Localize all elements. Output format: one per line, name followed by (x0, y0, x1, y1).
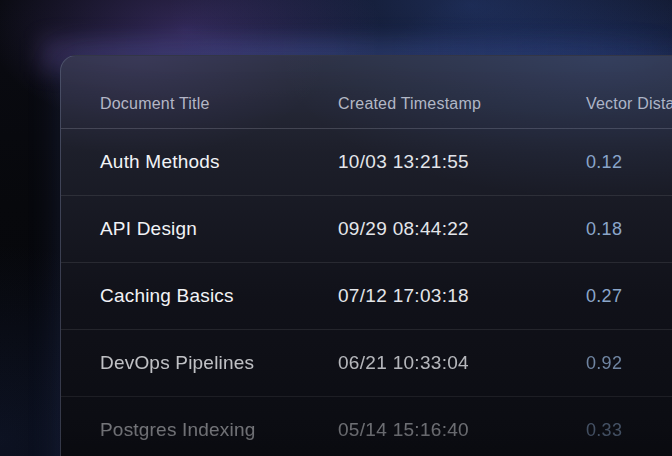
document-title-cell: Caching Basics (100, 285, 338, 307)
vector-distance-cell: 0.33 (586, 420, 672, 441)
table-row[interactable]: Caching Basics 07/12 17:03:18 0.27 (61, 263, 672, 330)
table-row[interactable]: Auth Methods 10/03 13:21:55 0.12 (61, 129, 672, 196)
vector-distance-cell: 0.92 (586, 353, 672, 374)
column-header-document-title: Document Title (100, 95, 338, 113)
table-header-row: Document Title Created Timestamp Vector … (61, 56, 672, 129)
table-row[interactable]: Postgres Indexing 05/14 15:16:40 0.33 (61, 397, 672, 456)
vector-distance-cell: 0.12 (586, 152, 672, 173)
column-header-vector-distance: Vector Distance (586, 95, 672, 113)
documents-table-panel: Document Title Created Timestamp Vector … (60, 55, 672, 456)
created-timestamp-cell: 06/21 10:33:04 (338, 352, 586, 374)
table-row[interactable]: API Design 09/29 08:44:22 0.18 (61, 196, 672, 263)
vector-distance-cell: 0.27 (586, 286, 672, 307)
app-background: Document Title Created Timestamp Vector … (0, 0, 672, 456)
created-timestamp-cell: 05/14 15:16:40 (338, 419, 586, 441)
vector-distance-cell: 0.18 (586, 219, 672, 240)
created-timestamp-cell: 07/12 17:03:18 (338, 285, 586, 307)
column-header-created-timestamp: Created Timestamp (338, 95, 586, 113)
document-title-cell: DevOps Pipelines (100, 352, 338, 374)
document-title-cell: Auth Methods (100, 151, 338, 173)
document-title-cell: API Design (100, 218, 338, 240)
table-row[interactable]: DevOps Pipelines 06/21 10:33:04 0.92 (61, 330, 672, 397)
table-body: Auth Methods 10/03 13:21:55 0.12 API Des… (61, 129, 672, 456)
created-timestamp-cell: 10/03 13:21:55 (338, 151, 586, 173)
document-title-cell: Postgres Indexing (100, 419, 338, 441)
created-timestamp-cell: 09/29 08:44:22 (338, 218, 586, 240)
